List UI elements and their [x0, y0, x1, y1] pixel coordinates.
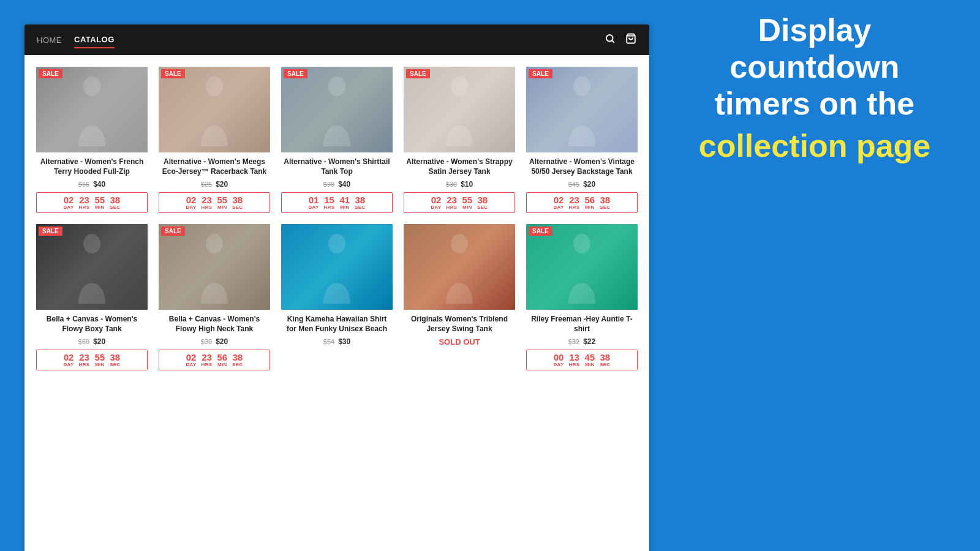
promo-text: Display countdown timers on the collecti…: [649, 0, 980, 177]
product-name: Alternative - Women's Shirttail Tank Top: [281, 157, 393, 177]
sale-badge: SALE: [406, 69, 430, 78]
product-card[interactable]: SALE Riley Freeman -Hey Auntie T-shirt$3…: [521, 219, 643, 376]
product-name: Bella + Canvas - Women's Flowy High Neck…: [159, 315, 270, 334]
price-new: $20: [216, 180, 228, 189]
product-card[interactable]: SALE Alternative - Women's Strappy Satin…: [398, 61, 521, 219]
product-card[interactable]: King Kameha Hawaiian Shirt for Men Funky…: [276, 219, 398, 376]
svg-point-4: [206, 77, 223, 96]
countdown-day: 02 DAY: [64, 195, 74, 210]
countdown-hrs: 23 HRS: [447, 195, 458, 210]
countdown-day: 01 DAY: [309, 195, 319, 210]
product-card[interactable]: Originals Women's Triblend Jersey Swing …: [398, 219, 521, 376]
product-image: [526, 67, 638, 152]
product-image: [526, 224, 638, 310]
price-new: $20: [93, 337, 105, 346]
countdown-sec: 38 SEC: [355, 195, 365, 210]
countdown-min: 41 MIN: [339, 195, 350, 210]
product-prices: $54$30: [281, 337, 393, 346]
products-grid: SALE Alternative - Women's French Terry …: [24, 55, 649, 382]
product-image: [159, 224, 270, 310]
countdown-timer: 02 DAY 23 HRS 56 MIN 38 SEC: [526, 192, 638, 213]
countdown-hrs: 23 HRS: [569, 195, 580, 210]
product-image: [404, 67, 515, 152]
product-card[interactable]: SALE Bella + Canvas - Women's Flowy Boxy…: [31, 219, 153, 376]
countdown-min: 45 MIN: [584, 353, 595, 367]
countdown-sec: 38 SEC: [110, 353, 120, 367]
countdown-timer: 02 DAY 23 HRS 56 MIN 38 SEC: [159, 350, 270, 370]
price-new: $30: [338, 337, 350, 346]
countdown-hrs: 23 HRS: [79, 353, 90, 367]
product-image: [36, 67, 148, 152]
product-card[interactable]: SALE Bella + Canvas - Women's Flowy High…: [153, 219, 276, 376]
product-image: [281, 67, 393, 152]
price-new: $20: [583, 180, 595, 189]
product-name: King Kameha Hawaiian Shirt for Men Funky…: [281, 315, 393, 334]
countdown-min: 56 MIN: [584, 195, 595, 210]
price-new: $22: [583, 337, 595, 346]
countdown-sec: 38 SEC: [600, 353, 610, 367]
sold-out-label: SOLD OUT: [404, 337, 515, 347]
svg-point-6: [451, 77, 468, 96]
countdown-timer: 02 DAY 23 HRS 55 MIN 38 SEC: [36, 350, 148, 370]
countdown-min: 56 MIN: [217, 353, 227, 367]
sale-badge: SALE: [39, 227, 62, 236]
search-icon[interactable]: [605, 33, 616, 47]
price-old: $45: [568, 181, 579, 188]
countdown-timer: 02 DAY 23 HRS 55 MIN 38 SEC: [159, 192, 270, 213]
nav-catalog[interactable]: CATALOG: [74, 32, 115, 48]
countdown-hrs: 23 HRS: [79, 195, 90, 210]
product-prices: $30$10: [404, 180, 515, 189]
promo-highlight: collection page: [699, 128, 931, 165]
product-prices: $25$20: [159, 180, 270, 189]
product-card[interactable]: SALE Alternative - Women's Shirttail Tan…: [276, 61, 398, 219]
product-prices: $60$20: [36, 337, 148, 346]
cart-icon[interactable]: [625, 33, 637, 47]
price-old: $60: [78, 338, 89, 345]
countdown-sec: 38 SEC: [232, 195, 243, 210]
product-prices: $30$20: [159, 337, 270, 346]
sale-badge: SALE: [39, 69, 62, 78]
sale-badge: SALE: [161, 227, 185, 236]
countdown-day: 02 DAY: [186, 353, 197, 367]
countdown-day: 02 DAY: [554, 195, 564, 210]
countdown-sec: 38 SEC: [477, 195, 488, 210]
product-name: Alternative - Women's Strappy Satin Jers…: [404, 157, 515, 177]
countdown-hrs: 13 HRS: [569, 353, 580, 367]
svg-point-3: [83, 77, 100, 96]
navbar: HOME CATALOG: [24, 24, 649, 55]
sale-badge: SALE: [529, 227, 552, 236]
countdown-hrs: 23 HRS: [202, 353, 213, 367]
countdown-sec: 38 SEC: [600, 195, 610, 210]
price-old: $66: [78, 181, 89, 188]
sale-badge: SALE: [529, 69, 552, 78]
price-old: $25: [201, 181, 212, 188]
product-name: Bella + Canvas - Women's Flowy Boxy Tank: [36, 315, 148, 334]
product-card[interactable]: SALE Alternative - Women's French Terry …: [31, 61, 153, 219]
product-card[interactable]: SALE Alternative - Women's Vintage 50/50…: [521, 61, 643, 219]
price-old: $90: [323, 181, 334, 188]
nav-icons: [605, 33, 637, 47]
countdown-min: 55 MIN: [94, 353, 105, 367]
svg-point-5: [328, 77, 345, 96]
product-name: Alternative - Women's French Terry Hoode…: [36, 157, 148, 177]
svg-point-9: [206, 234, 223, 253]
countdown-min: 55 MIN: [94, 195, 105, 210]
product-card[interactable]: SALE Alternative - Women's Meegs Eco-Jer…: [153, 61, 276, 219]
countdown-hrs: 23 HRS: [202, 195, 213, 210]
countdown-timer: 02 DAY 23 HRS 55 MIN 38 SEC: [36, 192, 148, 213]
product-name: Riley Freeman -Hey Auntie T-shirt: [526, 315, 638, 334]
svg-point-0: [606, 35, 613, 42]
sale-badge: SALE: [161, 69, 185, 78]
price-new: $10: [461, 180, 473, 189]
nav-home[interactable]: HOME: [37, 32, 62, 48]
countdown-timer: 00 DAY 13 HRS 45 MIN 38 SEC: [526, 350, 638, 370]
countdown-min: 55 MIN: [462, 195, 472, 210]
countdown-day: 00 DAY: [554, 353, 564, 367]
price-old: $54: [323, 338, 334, 345]
countdown-day: 02 DAY: [64, 353, 74, 367]
product-name: Originals Women's Triblend Jersey Swing …: [404, 315, 515, 334]
svg-line-1: [612, 40, 614, 42]
promo-line1: Display countdown timers on the: [715, 12, 915, 122]
product-image: [281, 224, 393, 310]
price-new: $40: [93, 180, 105, 189]
